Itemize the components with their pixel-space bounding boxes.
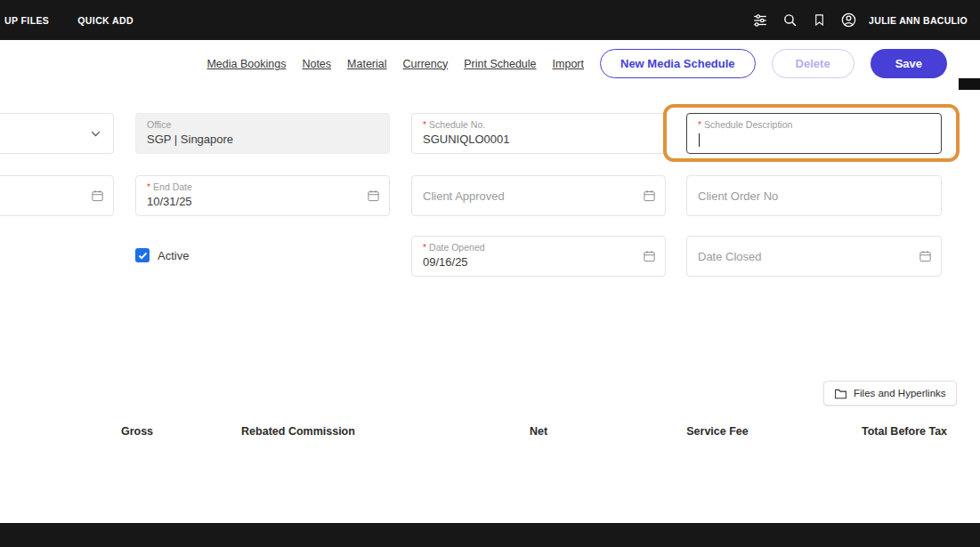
link-import[interactable]: Import bbox=[553, 58, 584, 70]
client-order-no-field[interactable]: Client Order No bbox=[686, 175, 942, 216]
bookmark-icon[interactable] bbox=[810, 12, 828, 29]
end-date-label: *End Date bbox=[147, 181, 378, 192]
column-header-rebated-commission: Rebated Commission bbox=[241, 425, 355, 438]
files-and-hyperlinks-button[interactable]: Files and Hyperlinks bbox=[823, 381, 957, 406]
required-marker: * bbox=[147, 181, 150, 192]
active-checkbox-label: Active bbox=[158, 249, 189, 262]
chevron-down-icon[interactable] bbox=[89, 127, 102, 141]
schedule-description-field[interactable]: *Schedule Description bbox=[686, 113, 942, 154]
calendar-icon[interactable] bbox=[919, 250, 932, 263]
menu-quick-add[interactable]: QUICK ADD bbox=[77, 15, 134, 26]
user-name[interactable]: JULIE ANN BACULIO bbox=[869, 15, 968, 26]
link-material[interactable]: Material bbox=[347, 58, 386, 70]
calendar-icon[interactable] bbox=[643, 250, 656, 263]
bottom-bar bbox=[0, 523, 980, 547]
date-closed-field[interactable]: Date Closed bbox=[686, 236, 942, 277]
schedule-description-label: *Schedule Description bbox=[698, 119, 930, 130]
client-select-field[interactable] bbox=[0, 113, 114, 154]
toolbar-actions: Media Bookings Notes Material Currency P… bbox=[207, 49, 947, 78]
active-checkbox[interactable] bbox=[135, 248, 150, 262]
delete-button[interactable]: Delete bbox=[772, 49, 854, 78]
calendar-icon[interactable] bbox=[367, 189, 380, 203]
schedule-no-label: *Schedule No. bbox=[423, 119, 654, 130]
schedule-no-value: SGUNIQLO0001 bbox=[423, 133, 654, 146]
client-approved-field[interactable]: Client Approved bbox=[411, 175, 666, 216]
office-field: Office SGP | Singapore bbox=[135, 113, 390, 154]
column-header-net: Net bbox=[530, 425, 547, 438]
office-value: SGP | Singapore bbox=[147, 133, 378, 146]
required-marker: * bbox=[698, 119, 701, 130]
active-checkbox-row: Active bbox=[135, 248, 189, 262]
link-currency[interactable]: Currency bbox=[403, 58, 449, 70]
user-avatar-icon[interactable] bbox=[839, 12, 857, 29]
text-cursor bbox=[699, 133, 700, 147]
new-media-schedule-button[interactable]: New Media Schedule bbox=[600, 49, 756, 78]
start-date-field[interactable] bbox=[0, 175, 114, 216]
date-opened-value: 09/16/25 bbox=[423, 255, 654, 269]
link-print-schedule[interactable]: Print Schedule bbox=[464, 58, 536, 70]
end-date-value: 10/31/25 bbox=[147, 195, 378, 208]
top-nav-menus: UP FILES QUICK ADD bbox=[4, 15, 134, 26]
date-opened-label: *Date Opened bbox=[423, 242, 654, 253]
end-date-field[interactable]: *End Date 10/31/25 bbox=[135, 175, 390, 216]
calendar-icon[interactable] bbox=[91, 189, 104, 203]
client-order-no-placeholder: Client Order No bbox=[698, 176, 778, 215]
column-header-gross: Gross bbox=[121, 425, 153, 438]
date-opened-field[interactable]: *Date Opened 09/16/25 bbox=[411, 236, 666, 277]
menu-up-files[interactable]: UP FILES bbox=[4, 15, 49, 26]
date-closed-placeholder: Date Closed bbox=[698, 237, 762, 276]
schedule-no-field[interactable]: *Schedule No. SGUNIQLO0001 bbox=[411, 113, 666, 154]
required-marker: * bbox=[423, 242, 426, 253]
schedule-toolbar: Media Bookings Notes Material Currency P… bbox=[0, 40, 980, 86]
link-media-bookings[interactable]: Media Bookings bbox=[207, 58, 286, 70]
required-marker: * bbox=[423, 119, 426, 130]
office-label: Office bbox=[147, 119, 378, 130]
filter-sliders-icon[interactable] bbox=[751, 12, 769, 29]
link-notes[interactable]: Notes bbox=[302, 58, 331, 70]
top-nav-actions: JULIE ANN BACULIO bbox=[751, 12, 968, 29]
column-header-total-before-tax: Total Before Tax bbox=[862, 425, 947, 438]
save-button[interactable]: Save bbox=[871, 49, 947, 78]
calendar-icon[interactable] bbox=[643, 189, 656, 203]
client-approved-placeholder: Client Approved bbox=[423, 176, 505, 215]
search-icon[interactable] bbox=[781, 12, 798, 29]
column-header-service-fee: Service Fee bbox=[686, 425, 749, 438]
scrollbar-thumb[interactable] bbox=[959, 78, 980, 90]
top-navigation-bar: UP FILES QUICK ADD JULIE ANN BACULIO bbox=[0, 0, 980, 40]
files-button-label: Files and Hyperlinks bbox=[854, 388, 946, 398]
folder-icon bbox=[834, 388, 847, 399]
